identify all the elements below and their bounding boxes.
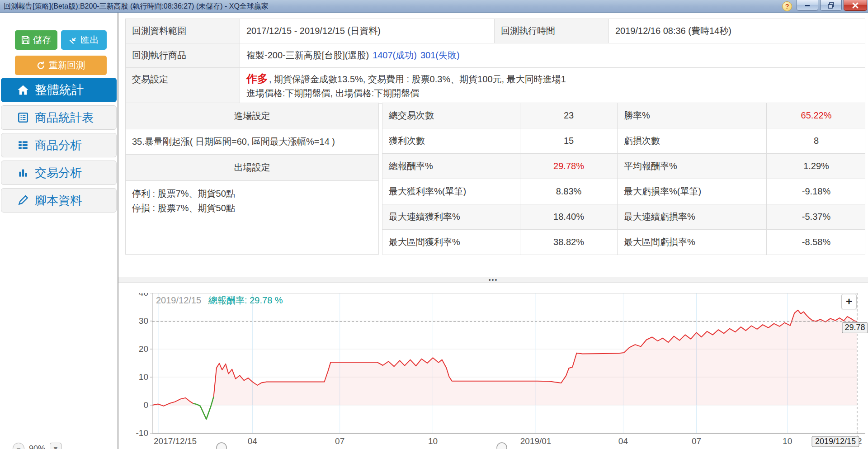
stat-label: 勝率% [618, 103, 767, 128]
stat-value: 1.29% [767, 154, 866, 179]
zoom-level-value: 90% [29, 444, 45, 449]
stat-label: 總交易次數 [382, 103, 520, 128]
y-tick-label: 20 [139, 344, 148, 354]
return-area-fill [152, 310, 857, 405]
y-tick-label: 0 [143, 400, 148, 410]
table-icon [17, 111, 29, 124]
sidebar-item-label: 交易分析 [35, 165, 82, 181]
minimize-button[interactable] [797, 0, 818, 11]
overall-stats-table: 總交易次數 23 勝率% 65.22% 獲利次數 15 虧損次數 8 總報酬率%… [382, 103, 865, 255]
exit-settings-value: 停利 : 股票7%、期貨50點 停損 : 股票7%、期貨50點 [126, 181, 378, 254]
entry-settings-header: 進場設定 [126, 103, 378, 129]
pen-icon [17, 194, 29, 207]
trade-settings-line2: 進場價格:下期開盤價, 出場價格:下期開盤價 [246, 87, 419, 99]
table-row: 最大獲利率%(單筆) 8.83% 最大虧損率%(單筆) -9.18% [382, 179, 865, 204]
sidebar-nav: 整體統計 商品統計表 商品分析 交易分析 腳本資料 [1, 78, 117, 216]
stat-label: 最大獲利率%(單筆) [382, 179, 520, 204]
stop-loss-line: 停損 : 股票7%、期貨50點 [132, 201, 235, 215]
crosshair-value-label: 29.78 [844, 323, 865, 332]
export-button-label: 匯出 [81, 34, 99, 46]
fail-count-link[interactable]: 301(失敗) [420, 49, 460, 61]
stat-label: 虧損次數 [618, 128, 767, 153]
minimize-icon [804, 2, 811, 9]
x-tick-label: 2017/12/15 [154, 436, 197, 446]
success-count-link[interactable]: 1407(成功) [373, 49, 417, 61]
stat-value: 15 [520, 128, 618, 153]
data-range-value: 2017/12/15 - 2019/12/15 (日資料) [240, 19, 495, 43]
table-row: 回測執行商品 複製-200-三新高股[台股](選股) 1407(成功) 301(… [126, 43, 865, 68]
save-icon [21, 36, 30, 44]
x-tick-label: 07 [335, 436, 344, 446]
rerun-backtest-button[interactable]: 重新回測 [15, 56, 107, 75]
stat-label: 獲利次數 [382, 128, 520, 153]
table-row: 總報酬率% 29.78% 平均報酬率% 1.29% [382, 154, 865, 179]
chart-header: 2019/12/15總報酬率: 29.78 % [156, 294, 283, 307]
range-slider-handle[interactable] [217, 443, 226, 449]
sidebar-item-label: 商品統計表 [35, 110, 94, 126]
trade-settings-rest: , 期貨保證金成數13.5%, 交易費用 : 股票0.3%、期貨100元, 最大… [269, 74, 566, 84]
stat-label: 平均報酬率% [618, 154, 767, 179]
sidebar-item-label: 整體統計 [35, 82, 84, 98]
exec-product-label: 回測執行商品 [126, 43, 240, 67]
bar-chart-icon [17, 166, 29, 179]
title-bar: 回測報告[策略](Beta版):B200-三新高股 (執行時間:08:36:27… [0, 0, 868, 13]
exec-time-value: 2019/12/16 08:36 (費時14秒) [609, 19, 866, 43]
exec-time-label: 回測執行時間 [495, 19, 609, 43]
y-tick-label: -10 [136, 428, 148, 438]
x-tick-label: 07 [692, 436, 701, 446]
list-icon [17, 139, 29, 151]
page-zoom-control: − 90% ▼ [13, 443, 61, 449]
drawdown-dip-line [193, 397, 213, 419]
range-slider-handle[interactable] [497, 443, 507, 449]
stat-value: 38.82% [520, 230, 618, 255]
total-return-label: 總報酬率: 29.78 % [208, 295, 283, 305]
rerun-backtest-label: 重新回測 [49, 59, 85, 71]
trade-settings-label: 交易設定 [126, 68, 240, 103]
sidebar-item-label: 腳本資料 [35, 193, 82, 208]
save-button-label: 儲存 [33, 34, 51, 46]
stat-value: 29.78% [520, 154, 618, 179]
sidebar-item-label: 商品分析 [35, 137, 82, 153]
close-button[interactable] [844, 0, 867, 11]
x-tick-label: 10 [783, 436, 792, 446]
product-name: 複製-200-三新高股[台股](選股) [246, 49, 369, 61]
equity-curve-chart[interactable]: 403020100-102017/12/150407102019/0104071… [131, 293, 868, 449]
x-tick-label: 04 [618, 436, 628, 446]
sidebar-item-trade-analysis[interactable]: 交易分析 [1, 161, 117, 185]
sidebar-item-overall-stats[interactable]: 整體統計 [1, 78, 117, 102]
sidebar-item-product-stats-table[interactable]: 商品統計表 [1, 105, 117, 130]
zoom-dropdown-icon[interactable]: ▼ [50, 443, 61, 449]
sidebar-item-product-analysis[interactable]: 商品分析 [1, 133, 117, 157]
data-range-label: 回測資料範圍 [126, 19, 240, 43]
stat-label: 最大虧損率%(單筆) [618, 179, 767, 204]
backtest-info-table: 回測資料範圍 2017/12/15 - 2019/12/15 (日資料) 回測執… [125, 19, 865, 104]
table-row: 回測資料範圍 2017/12/15 - 2019/12/15 (日資料) 回測執… [126, 19, 865, 43]
table-row: 最大區間獲利率% 38.82% 最大區間虧損率% -8.58% [382, 230, 865, 255]
help-icon[interactable]: ? [782, 1, 792, 11]
splitter-grip-icon: ••• [489, 278, 498, 282]
table-row: 交易設定 作多, 期貨保證金成數13.5%, 交易費用 : 股票0.3%、期貨1… [126, 68, 865, 104]
stat-value: 8.83% [520, 179, 618, 204]
export-button[interactable]: 匯出 [61, 30, 107, 50]
restore-button[interactable] [820, 0, 842, 11]
stat-value: -5.37% [767, 204, 866, 229]
crosshair-date-value: 2019/12/15 [815, 437, 856, 446]
long-flag: 作多 [246, 72, 268, 85]
zoom-out-icon[interactable]: − [13, 443, 24, 449]
sidebar-item-script-data[interactable]: 腳本資料 [1, 188, 117, 213]
exec-product-value: 複製-200-三新高股[台股](選股) 1407(成功) 301(失敗) [240, 43, 866, 67]
save-button[interactable]: 儲存 [15, 30, 57, 50]
stat-label: 最大連續虧損率% [618, 204, 767, 229]
x-tick-label: 2019/01 [520, 436, 552, 446]
x-tick-label: 10 [428, 436, 438, 446]
stat-value: -8.58% [767, 230, 866, 255]
window-title: 回測報告[策略](Beta版):B200-三新高股 (執行時間:08:36:27… [4, 2, 269, 11]
x-tick-label: 04 [248, 436, 258, 446]
stat-label: 總報酬率% [382, 154, 520, 179]
crosshair-date-label: 2019/12/15 [156, 295, 201, 305]
stat-value: 18.40% [520, 204, 618, 229]
chart-zoom-in-button[interactable]: + [841, 294, 857, 309]
restore-icon [827, 2, 835, 9]
panel-splitter[interactable]: ••• [118, 277, 868, 283]
entry-exit-settings-table: 進場設定 35.暴量剛起漲( 日期區間=60, 區間最大漲幅%=14 ) 出場設… [125, 103, 379, 255]
